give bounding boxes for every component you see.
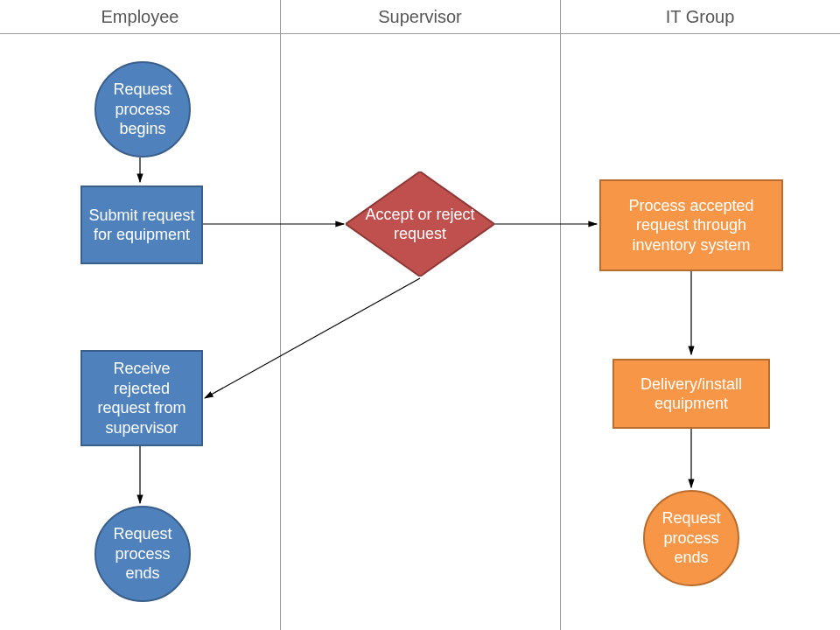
lane-header-divider: [0, 33, 840, 34]
lane-header-employee: Employee: [0, 7, 280, 27]
start-node: Request process begins: [94, 61, 191, 158]
lane-header-supervisor: Supervisor: [280, 7, 560, 27]
end-employee-node: Request process ends: [94, 506, 191, 602]
lane-header-itgroup: IT Group: [560, 7, 840, 27]
decision-node-label: Accept or reject request: [346, 172, 494, 276]
receive-rejected-node: Receive rejected request from supervisor: [80, 350, 203, 446]
submit-request-node: Submit request for equipment: [80, 186, 203, 264]
process-accepted-node: Process accepted request through invento…: [599, 179, 783, 271]
decision-node: Accept or reject request: [346, 172, 494, 276]
svg-line-5: [205, 278, 420, 398]
lane-divider-2: [560, 0, 561, 630]
delivery-node: Delivery/install equipment: [612, 359, 770, 429]
lane-divider-1: [280, 0, 281, 630]
end-it-node: Request process ends: [643, 490, 739, 586]
